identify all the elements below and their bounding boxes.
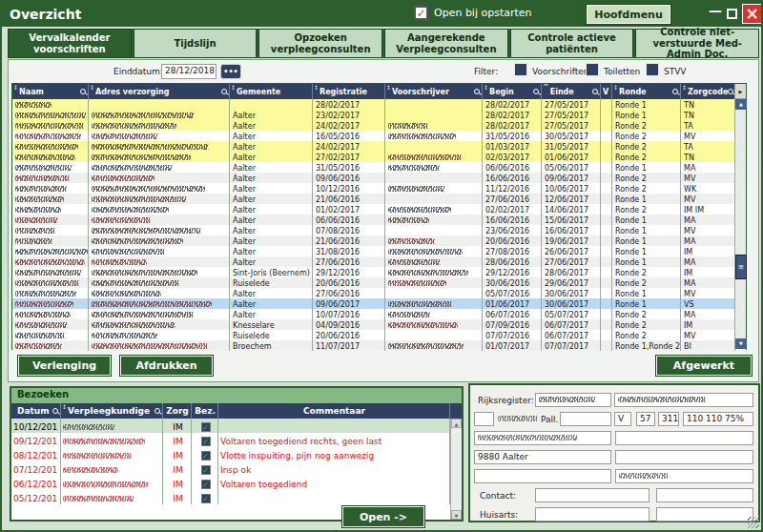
table-row[interactable]: Sint-Joris (Beernem)29/12/201629/12/2016… [12, 267, 746, 277]
resize-grip[interactable] [748, 517, 759, 528]
table-row[interactable]: Aalter27/06/201628/06/201627/06/2017Rond… [12, 256, 746, 267]
table-row[interactable]: Aalter09/06/201616/06/201609/06/2017Rond… [12, 173, 746, 183]
table-row[interactable]: Ruiselede20/06/201607/07/201606/07/2017R… [12, 330, 746, 340]
column-header-datum[interactable]: ˇDatum [11, 403, 61, 419]
column-header-v[interactable]: V [601, 84, 612, 99]
scroll-thumb[interactable]: ≡ [735, 255, 747, 279]
open-bij-opstarten-checkbox[interactable]: ✓ Open bij opstarten [414, 6, 532, 20]
contact-input-2[interactable] [656, 488, 753, 502]
voorschriften-checkbox[interactable] [514, 63, 527, 76]
column-header-begin[interactable]: ↕Begin [483, 84, 542, 99]
date-picker-button[interactable]: ••• [220, 64, 241, 79]
visit-checkbox[interactable]: ✓ [201, 465, 211, 475]
column-header-zorg[interactable]: Zorg [163, 403, 192, 419]
checkbox-box[interactable]: ✓ [414, 6, 428, 20]
column-header-bez[interactable]: Bez. [192, 403, 218, 419]
table-row[interactable]: Aalter10/12/201611/12/201610/06/2017Rond… [12, 183, 746, 194]
column-header-commentaar[interactable]: Commentaar [218, 403, 450, 419]
visit-checkbox[interactable]: ✓ [201, 480, 211, 489]
search-icon[interactable] [52, 408, 58, 414]
small-code-input[interactable] [474, 412, 494, 426]
visit-checkbox[interactable]: ✓ [201, 451, 211, 460]
verlenging-button[interactable]: Verlenging [18, 356, 111, 376]
table-row[interactable]: Aalter31/08/201627/08/201626/06/2017Rond… [12, 246, 746, 256]
bezoeken-scrollbar[interactable]: ▲ ▼ [450, 419, 462, 520]
pall-input[interactable] [560, 412, 611, 426]
patient-name-input[interactable] [614, 393, 753, 407]
column-header-voorschrijver[interactable]: ↕Voorschrijver [385, 84, 483, 99]
vertical-scrollbar[interactable]: ▶ ▲ ≡ ▼ [734, 84, 746, 349]
table-row[interactable]: Aalter21/06/201620/06/201619/06/2017Rond… [12, 235, 746, 246]
gender-input[interactable]: V [614, 412, 631, 426]
code1-input[interactable]: 57 [636, 412, 655, 426]
table-row[interactable]: Aalter10/07/201606/07/201605/07/2017Rond… [12, 309, 746, 319]
minimize-button[interactable]: — [707, 3, 724, 18]
afdrukken-button[interactable]: Afdrukken [120, 356, 213, 376]
huisarts-input-2[interactable] [656, 507, 753, 522]
extra-input-1[interactable] [615, 431, 753, 445]
table-row[interactable]: Aalter23/02/201728/02/201727/05/2017Rond… [12, 110, 746, 120]
extra-input-2[interactable] [615, 450, 753, 464]
column-header-zorgcode[interactable]: ↕Zorgcode [681, 84, 735, 99]
table-row[interactable]: Aalter24/02/201728/02/201727/05/2017Rond… [12, 120, 746, 131]
tab-aangerekende-verpleegconsulten[interactable]: Aangerekende Verpleegconsulten [384, 29, 508, 58]
table-row[interactable]: Aalter24/02/201701/03/201731/05/2017Rond… [12, 141, 746, 152]
table-row[interactable]: Aalter21/06/201627/06/201612/06/2017Rond… [12, 194, 746, 204]
table-row[interactable]: Aalter09/06/201701/06/201730/06/2017Rond… [12, 298, 746, 309]
code2-input[interactable]: 311 [658, 412, 679, 426]
table-row[interactable]: Knesselare04/09/201607/09/201606/07/2017… [12, 319, 746, 330]
table-row[interactable]: Aalter31/05/201606/06/201605/06/2017Rond… [12, 162, 746, 173]
search-icon[interactable] [533, 89, 539, 94]
scroll-up-button[interactable]: ▲ [735, 99, 747, 110]
city-input[interactable]: 9880 Aalter [474, 450, 611, 464]
table-row[interactable]: Aalter07/08/201623/06/201616/06/2017Rond… [12, 225, 746, 235]
tab-vervalkalender-voorschriften[interactable]: Vervalkalender voorschriften [8, 29, 132, 58]
contact-input-1[interactable] [535, 488, 650, 502]
close-button[interactable]: × [742, 4, 762, 24]
search-icon[interactable] [474, 89, 480, 94]
huisarts-input-1[interactable] [535, 507, 650, 522]
column-header-ronde[interactable]: ↕Ronde [612, 84, 681, 99]
table-row[interactable]: Aalter01/02/201702/02/201714/06/2017Rond… [12, 204, 746, 215]
hoofdmenu-button[interactable]: Hoofdmenu [587, 5, 670, 24]
visit-row[interactable]: 10/12/201IM✓ [11, 419, 462, 433]
table-row[interactable]: 28/02/201728/02/201727/05/2017Ronde 1TN [12, 99, 746, 110]
column-header-einde[interactable]: ^Einde [542, 84, 601, 99]
search-icon[interactable] [672, 89, 678, 94]
visit-checkbox[interactable]: ✓ [201, 437, 211, 446]
stvv-checkbox[interactable] [646, 63, 659, 76]
visit-row[interactable]: 05/12/201IM✓ [11, 490, 462, 504]
search-icon[interactable] [155, 408, 160, 414]
search-icon[interactable] [221, 89, 227, 94]
visit-row[interactable]: 07/12/201IM✓Insp ok [11, 461, 462, 476]
visit-row[interactable]: 09/12/201IM✓Voltaren toegediend rechts, … [11, 433, 462, 447]
column-header-registratie[interactable]: ↕Registratie [313, 84, 385, 99]
search-icon[interactable] [592, 89, 598, 94]
tab-controle-actieve-pati-nten[interactable]: Controle actieve patiënten [510, 29, 634, 58]
table-row[interactable]: Aalter27/02/201702/03/201701/06/2017Rond… [12, 152, 746, 162]
tab-controle-niet-verstuurde-med-admin-doc[interactable]: Controle niet-verstuurde Med-Admin Doc. [635, 29, 759, 58]
table-row[interactable]: Aalter16/05/201631/05/201630/05/2017Rond… [12, 131, 746, 141]
afgewerkt-button[interactable]: Afgewerkt [656, 356, 752, 376]
column-header-naam[interactable]: ↕Naam [12, 84, 89, 99]
street-input[interactable] [474, 431, 611, 445]
rijksregister-input[interactable] [535, 393, 611, 407]
tab-opzoeken-verpleegconsulten[interactable]: Opzoeken verpleegconsulten [258, 29, 382, 58]
table-row[interactable]: Ruiselede20/06/201630/06/201629/06/2017R… [12, 277, 746, 288]
scroll-down-button[interactable]: ▼ [735, 338, 747, 349]
column-header-verpleegkundige[interactable]: ↕Verpleegkundige [61, 403, 163, 419]
code3-input[interactable]: 110 110 75% [683, 412, 753, 426]
column-header-gemeente[interactable]: ↕Gemeente [230, 84, 313, 99]
table-row[interactable]: Broechem11/07/201701/07/201707/07/2017Ro… [12, 340, 746, 351]
tab-tijdslijn[interactable]: Tijdslijn [134, 29, 258, 58]
toiletten-checkbox[interactable] [586, 63, 599, 76]
extra-input-3[interactable] [474, 469, 611, 483]
open-button[interactable]: Open -> [342, 506, 424, 527]
column-header-adres-verzorging[interactable]: ↕Adres verzorging [89, 84, 230, 99]
search-icon[interactable] [80, 89, 86, 94]
visit-checkbox[interactable]: ✓ [201, 494, 211, 503]
table-row[interactable]: Aalter27/06/201605/07/201630/06/2017Rond… [12, 288, 746, 298]
maximize-button[interactable] [727, 9, 737, 19]
visit-checkbox[interactable]: ✓ [201, 422, 211, 432]
visit-row[interactable]: 06/12/201IM✓Voltaren toegediend [11, 476, 462, 490]
